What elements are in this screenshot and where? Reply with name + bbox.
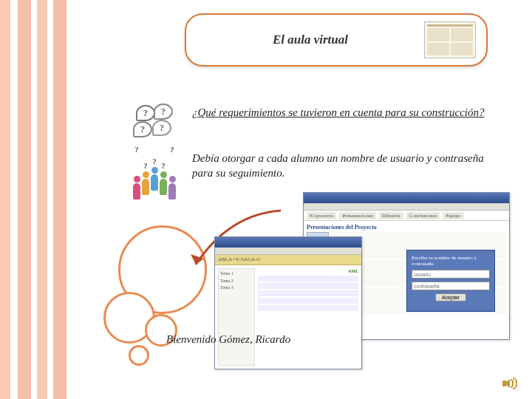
login-dialog: Escriba su nombre de usuario y contraseñ… (406, 250, 495, 312)
browser-window-front: ABLA • E-SACA-O Tema 1 Tema 2 Tema 3 AML (214, 236, 362, 369)
login-button[interactable]: Aceptar (435, 293, 466, 301)
title-box: El aula virtual (185, 13, 488, 66)
window-toolbar (304, 203, 509, 211)
window-header: ABLA • E-SACA-O (215, 255, 361, 265)
section-heading: Presentaciones del Proyecto (307, 224, 506, 231)
tab-item: Presentaciones (339, 212, 376, 219)
decorative-stripes (0, 0, 66, 399)
password-input[interactable] (412, 282, 490, 290)
title-thumbnail (424, 21, 476, 58)
window-titlebar (304, 193, 509, 203)
tab-item: Difusión (379, 212, 403, 219)
decorative-circles (103, 225, 192, 388)
speech-bubble-icon: ? (152, 120, 171, 136)
main-label: AML (258, 268, 358, 274)
people-group-icon: ? ? ? ? ? (130, 155, 179, 200)
answer-text: Debía otorgar a cada alumno un nombre de… (192, 151, 495, 181)
window-main: AML (258, 268, 358, 366)
nav-tabs: El proyecto Presentaciones Difusión Conc… (304, 211, 509, 221)
question-text: ¿Qué requerimientos se tuvieron en cuent… (192, 105, 488, 120)
speech-bubble-icon: ? (136, 105, 155, 121)
tab-item: Equipo (443, 212, 463, 219)
tab-item: El proyecto (307, 212, 336, 219)
speech-bubble-icon: ? (133, 121, 152, 137)
page-title: El aula virtual (197, 33, 424, 47)
sidebar-item: Tema 2 (220, 278, 253, 285)
sidebar-item: Tema 3 (220, 284, 253, 292)
window-toolbar (215, 248, 361, 255)
welcome-message: Bienvenido Gómez, Ricardo (166, 332, 299, 347)
sidebar-item: Tema 1 (220, 270, 253, 278)
speech-bubble-icon: ? (154, 103, 173, 120)
window-sidebar: Tema 1 Tema 2 Tema 3 (218, 268, 255, 366)
speaker-icon[interactable] (502, 377, 519, 390)
username-input[interactable] (412, 270, 490, 279)
window-titlebar (215, 237, 361, 248)
tab-item: Conclusiones (406, 212, 440, 219)
screenshot-collage: El proyecto Presentaciones Difusión Conc… (214, 192, 517, 392)
login-instruction: Escriba su nombre de usuario y contraseñ… (412, 255, 490, 267)
question-bubbles-icon: ? ? ? ? (133, 103, 177, 140)
